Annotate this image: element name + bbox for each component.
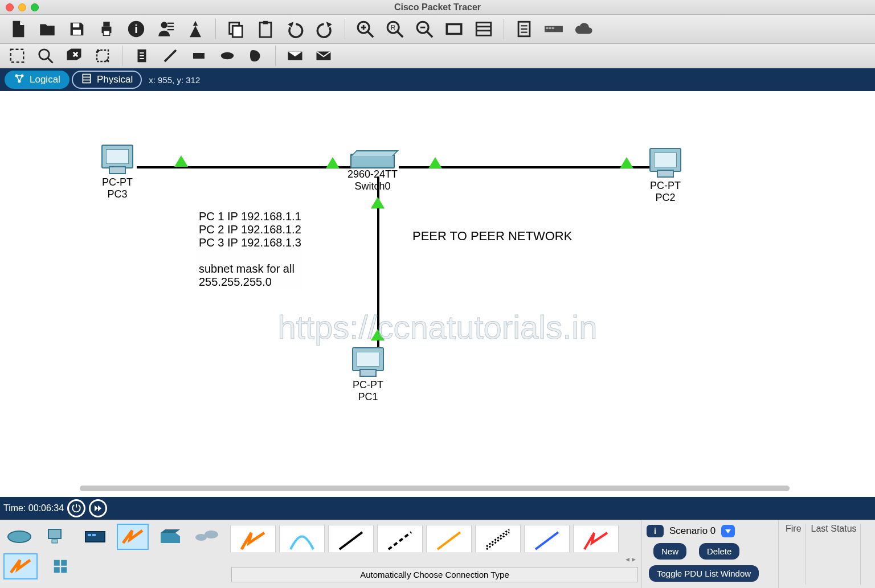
connection-copper-straight[interactable] bbox=[328, 525, 374, 552]
svg-rect-56 bbox=[48, 529, 61, 538]
info-button[interactable]: i bbox=[123, 17, 149, 41]
note-title[interactable]: PEER TO PEER NETWORK bbox=[410, 228, 574, 245]
connection-fiber[interactable] bbox=[426, 525, 472, 552]
scenario-dropdown[interactable] bbox=[721, 525, 735, 537]
zoom-reset-button[interactable]: R bbox=[382, 17, 408, 41]
scenario-delete-button[interactable]: Delete bbox=[699, 543, 739, 560]
tab-physical[interactable]: Physical bbox=[72, 71, 142, 89]
svg-rect-63 bbox=[54, 567, 60, 573]
watermark: https://ccnatutorials.in bbox=[278, 307, 598, 346]
svg-line-66 bbox=[389, 532, 411, 549]
draw-freeform-button[interactable] bbox=[243, 45, 268, 67]
svg-rect-7 bbox=[167, 26, 174, 27]
palette-nav-arrows[interactable]: ◂ ▸ bbox=[234, 554, 636, 564]
scenario-new-button[interactable]: New bbox=[653, 543, 686, 560]
switch-template-button[interactable] bbox=[541, 17, 567, 41]
note-ip-addresses[interactable]: PC 1 IP 192.168.1.1 PC 2 IP 192.168.1.2 … bbox=[197, 209, 304, 290]
drawing-palette-button[interactable] bbox=[441, 17, 467, 41]
device-category-panel bbox=[0, 520, 228, 588]
svg-line-45 bbox=[165, 50, 176, 61]
svg-point-47 bbox=[221, 52, 234, 60]
svg-rect-59 bbox=[88, 534, 91, 536]
draw-rect-button[interactable] bbox=[186, 45, 211, 67]
zoom-in-button[interactable] bbox=[352, 17, 378, 41]
activity-wizard-button[interactable] bbox=[182, 17, 208, 41]
device-label: PC-PT PC3 bbox=[101, 176, 133, 200]
svg-rect-60 bbox=[92, 534, 96, 536]
notes-button[interactable] bbox=[511, 17, 537, 41]
device-pc3[interactable]: PC-PT PC3 bbox=[101, 145, 133, 200]
undo-button[interactable] bbox=[282, 17, 308, 41]
svg-rect-2 bbox=[103, 31, 109, 36]
simple-pdu-button[interactable] bbox=[283, 45, 308, 67]
svg-rect-11 bbox=[260, 23, 271, 37]
redo-button[interactable] bbox=[312, 17, 338, 41]
open-file-button[interactable] bbox=[34, 17, 60, 41]
new-file-button[interactable] bbox=[5, 17, 31, 41]
pc-icon bbox=[352, 347, 384, 371]
connection-coaxial[interactable] bbox=[524, 525, 570, 552]
device-pc1[interactable]: PC-PT PC1 bbox=[352, 347, 384, 402]
copy-button[interactable] bbox=[223, 17, 249, 41]
svg-line-65 bbox=[340, 532, 362, 549]
draw-line-button[interactable] bbox=[158, 45, 183, 67]
topology-icon bbox=[14, 73, 25, 87]
resize-tool-button[interactable] bbox=[90, 45, 115, 67]
svg-rect-57 bbox=[52, 540, 58, 543]
print-button[interactable] bbox=[93, 17, 120, 41]
connection-console[interactable] bbox=[279, 525, 325, 552]
place-note-button[interactable] bbox=[129, 45, 154, 67]
svg-text:R: R bbox=[391, 24, 395, 31]
connection-phone[interactable] bbox=[475, 525, 521, 552]
select-tool-button[interactable] bbox=[5, 45, 30, 67]
category-end-devices[interactable] bbox=[41, 524, 73, 550]
simulation-timebar: Time: 00:06:34 bbox=[0, 497, 875, 520]
workspace-canvas[interactable]: 2960-24TT Switch0 PC-PT PC3 PC-PT PC2 PC… bbox=[0, 91, 875, 497]
cloud-template-button[interactable] bbox=[570, 17, 596, 41]
fast-forward-button[interactable] bbox=[89, 499, 107, 517]
device-switch0[interactable]: 2960-24TT Switch0 bbox=[347, 154, 398, 192]
info-icon[interactable]: i bbox=[647, 525, 664, 537]
category-network-devices[interactable] bbox=[3, 524, 35, 550]
category-components[interactable] bbox=[79, 524, 111, 550]
connection-serial-dce[interactable] bbox=[573, 525, 619, 552]
network-controller-button[interactable] bbox=[153, 17, 179, 41]
category-miscellaneous[interactable] bbox=[154, 524, 186, 550]
category-multiuser[interactable] bbox=[193, 524, 224, 550]
svg-rect-46 bbox=[193, 53, 205, 59]
draw-ellipse-button[interactable] bbox=[215, 45, 240, 67]
connection-automatic[interactable] bbox=[230, 525, 276, 552]
category-connections[interactable] bbox=[117, 524, 149, 550]
link-status-icon bbox=[620, 157, 633, 168]
tab-logical-label: Logical bbox=[30, 74, 60, 85]
pdu-results-headers: Fire Last Status bbox=[778, 520, 875, 588]
subcategory-generic[interactable] bbox=[43, 553, 77, 579]
device-pc2[interactable]: PC-PT PC2 bbox=[649, 148, 681, 203]
complex-pdu-button[interactable] bbox=[311, 45, 336, 67]
svg-rect-8 bbox=[167, 29, 174, 30]
svg-line-70 bbox=[535, 532, 558, 549]
results-col-last-status: Last Status bbox=[808, 524, 861, 585]
tab-logical[interactable]: Logical bbox=[5, 71, 69, 89]
window-title: Cisco Packet Tracer bbox=[0, 2, 875, 13]
zoom-out-button[interactable] bbox=[411, 17, 438, 41]
toolbar-separator bbox=[122, 46, 122, 66]
power-cycle-button[interactable] bbox=[67, 499, 85, 517]
save-button[interactable] bbox=[64, 17, 90, 41]
scenario-panel: i Scenario 0 New Delete Toggle PDU List … bbox=[641, 520, 778, 588]
subcategory-connections[interactable] bbox=[3, 553, 38, 579]
canvas-scrollbar[interactable] bbox=[80, 486, 790, 491]
paste-button[interactable] bbox=[252, 17, 279, 41]
svg-line-67 bbox=[438, 532, 460, 549]
delete-tool-button[interactable] bbox=[62, 45, 87, 67]
toolbar-separator bbox=[215, 19, 216, 39]
custom-devices-button[interactable] bbox=[471, 17, 497, 41]
device-label: PC-PT PC1 bbox=[352, 379, 384, 402]
svg-line-18 bbox=[397, 31, 403, 37]
toggle-pdu-list-button[interactable]: Toggle PDU List Window bbox=[649, 565, 759, 582]
svg-line-68 bbox=[486, 532, 509, 549]
inspect-tool-button[interactable] bbox=[33, 45, 58, 67]
pc-icon bbox=[649, 148, 681, 172]
svg-rect-58 bbox=[85, 532, 105, 542]
connection-copper-crossover[interactable] bbox=[377, 525, 423, 552]
